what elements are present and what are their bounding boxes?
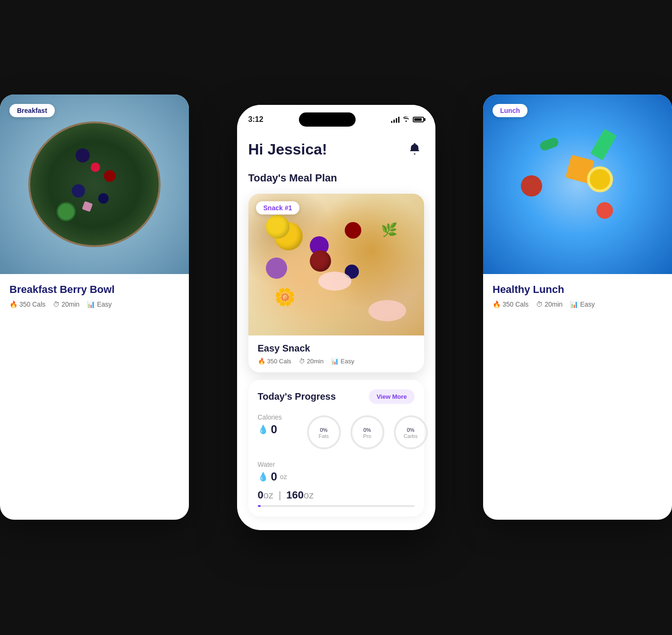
breakfast-card[interactable]: Breakfast Breakfast Berry Bowl 🔥 350 Cal…	[0, 94, 189, 520]
main-phone: 3:12	[237, 105, 435, 530]
water-bar-track	[258, 505, 415, 507]
carbs-circle: 0% Carbs	[392, 413, 430, 451]
breakfast-calories: 🔥 350 Cals	[9, 300, 45, 308]
phone-content: Hi Jessica! Today's Meal Plan	[237, 130, 435, 530]
flame-icon-lunch: 🔥	[493, 300, 501, 308]
water-label: Water	[258, 461, 415, 468]
drop-icon: 💧	[258, 472, 268, 482]
water-unit: oz	[280, 473, 287, 481]
water-bar-fill	[258, 505, 261, 507]
calories-row: Calories 💧 0	[258, 413, 415, 451]
flame-icon-snack: 🔥	[258, 358, 265, 365]
carbs-percent: 0%	[407, 426, 415, 433]
lunch-calories: 🔥 350 Cals	[493, 300, 528, 308]
water-value: 0	[271, 470, 277, 483]
fats-content: 0% Fats	[319, 426, 329, 439]
breakfast-title: Breakfast Berry Bowl	[9, 283, 179, 296]
snack-difficulty: 📊 Easy	[331, 358, 354, 365]
progress-header: Today's Progress View More	[258, 389, 415, 404]
carbs-content: 0% Carbs	[404, 426, 417, 439]
bar-chart-icon-lunch: 📊	[570, 300, 578, 308]
protein-percent: 0%	[364, 426, 371, 433]
macros-circles: 0% Fats	[305, 413, 430, 451]
breakfast-info: Breakfast Berry Bowl 🔥 350 Cals ⏱ 20min …	[0, 274, 189, 318]
protein-label: Pro	[363, 433, 371, 439]
meal-plan-title: Today's Meal Plan	[248, 172, 424, 184]
bar-chart-icon: 📊	[87, 300, 95, 308]
greeting-row: Hi Jessica!	[248, 140, 424, 159]
snack-title: Easy Snack	[258, 343, 415, 354]
clock-icon: ⏱	[53, 300, 60, 308]
snack-badge: Snack #1	[256, 201, 300, 215]
breakfast-badge: Breakfast	[9, 104, 55, 117]
breakfast-difficulty: 📊 Easy	[87, 300, 111, 308]
water-unit-oz2: oz	[304, 490, 314, 500]
wifi-icon	[402, 116, 410, 123]
breakfast-meta: 🔥 350 Cals ⏱ 20min 📊 Easy	[9, 300, 179, 308]
fats-circle: 0% Fats	[305, 413, 343, 451]
greeting-text: Hi Jessica!	[248, 141, 327, 158]
calories-label-col: Calories 💧 0	[258, 413, 296, 436]
lunch-card[interactable]: Lunch Healthy Lunch 🔥 350 Cals ⏱ 20min 📊…	[483, 94, 672, 520]
notification-button[interactable]	[405, 140, 424, 159]
scene: Breakfast Breakfast Berry Bowl 🔥 350 Cal…	[0, 0, 672, 635]
lunch-image: Lunch	[483, 94, 672, 274]
lunch-info: Healthy Lunch 🔥 350 Cals ⏱ 20min 📊 Easy	[483, 274, 672, 318]
calories-label: Calories	[258, 413, 296, 421]
snack-info: Easy Snack 🔥 350 Cals ⏱ 20min 📊 Easy	[248, 335, 424, 372]
snack-calories: 🔥 350 Cals	[258, 358, 291, 365]
bar-chart-icon-snack: 📊	[331, 358, 339, 365]
snack-meta: 🔥 350 Cals ⏱ 20min 📊 Easy	[258, 358, 415, 365]
water-unit-oz1: oz	[264, 490, 273, 500]
status-time: 3:12	[248, 115, 264, 124]
view-more-button[interactable]: View More	[369, 389, 414, 404]
status-bar: 3:12	[237, 105, 435, 130]
flame-icon-progress: 💧	[258, 424, 268, 435]
snack-image: 🌼 🌿 Snack #1	[248, 194, 424, 335]
water-current-strong: 0	[258, 489, 264, 501]
battery-icon	[413, 117, 424, 122]
protein-circle: 0% Pro	[349, 413, 386, 451]
lunch-meta: 🔥 350 Cals ⏱ 20min 📊 Easy	[493, 300, 663, 308]
clock-icon-snack: ⏱	[299, 358, 305, 365]
clock-icon-lunch: ⏱	[536, 300, 543, 308]
carbs-label: Carbs	[404, 433, 417, 439]
calories-value-row: 💧 0	[258, 423, 296, 436]
protein-content: 0% Pro	[363, 426, 371, 439]
water-total-strong: 160	[286, 489, 304, 501]
lunch-badge: Lunch	[493, 104, 527, 117]
snack-time: ⏱ 20min	[299, 358, 323, 365]
lunch-time: ⏱ 20min	[536, 300, 562, 308]
water-row: Water 💧 0 oz 0oz | 160oz	[258, 461, 415, 507]
lunch-title: Healthy Lunch	[493, 283, 663, 296]
breakfast-image: Breakfast	[0, 94, 189, 274]
flame-icon: 🔥	[9, 300, 17, 308]
snack-card[interactable]: 🌼 🌿 Snack #1 Easy Snack 🔥 350 Cals	[248, 194, 424, 372]
lunch-difficulty: 📊 Easy	[570, 300, 595, 308]
signal-icon	[391, 117, 400, 123]
progress-section: Today's Progress View More Calories 💧 0	[248, 380, 424, 516]
fats-percent: 0%	[320, 426, 328, 433]
water-value-row: 💧 0 oz	[258, 470, 415, 483]
status-icons	[391, 116, 424, 123]
progress-title: Today's Progress	[258, 391, 336, 402]
dynamic-island	[299, 112, 356, 127]
water-amounts: 0oz | 160oz	[258, 489, 415, 501]
bowl	[28, 121, 161, 247]
calories-value: 0	[271, 423, 277, 436]
fats-label: Fats	[319, 433, 329, 439]
breakfast-time: ⏱ 20min	[53, 300, 79, 308]
